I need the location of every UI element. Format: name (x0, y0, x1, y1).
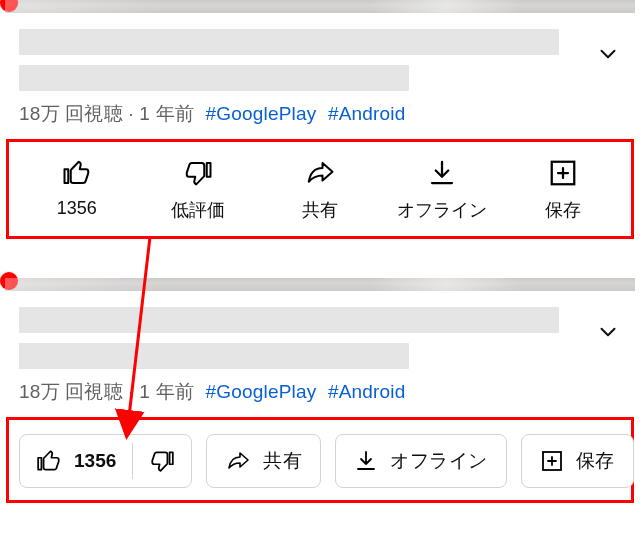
offline-button[interactable]: オフライン (384, 158, 500, 222)
title-placeholder-line2 (19, 65, 409, 91)
dot-separator: · (128, 103, 133, 124)
video-card-old: 18万 回視聴 · 1 年前 #GooglePlay #Android (5, 0, 635, 239)
share-button[interactable]: 共有 (262, 158, 378, 222)
action-bar-old: 1356 低評価 共有 (15, 150, 625, 226)
expand-description-button[interactable] (595, 319, 621, 349)
share-arrow-icon (304, 158, 336, 188)
record-dot-icon (0, 0, 18, 12)
download-icon (354, 449, 378, 473)
hashtag-googleplay[interactable]: #GooglePlay (205, 381, 316, 402)
hashtag-android[interactable]: #Android (328, 103, 406, 124)
thumbs-down-icon (149, 448, 175, 474)
thumbs-up-icon (36, 448, 62, 474)
video-thumbnail-strip (5, 278, 635, 291)
download-icon (427, 158, 457, 188)
like-button[interactable]: 1356 (19, 158, 135, 219)
video-meta: 18万 回視聴 · 1 年前 #GooglePlay #Android (5, 13, 635, 133)
chevron-down-icon (595, 41, 621, 67)
save-label: 保存 (545, 198, 581, 222)
dislike-button[interactable]: 低評価 (141, 158, 257, 222)
chevron-down-icon (595, 319, 621, 345)
action-bar-new: 1356 共有 (15, 428, 625, 490)
offline-label: オフライン (397, 198, 487, 222)
record-dot-icon (0, 272, 18, 290)
title-placeholder-line2 (19, 343, 409, 369)
title-placeholder-line1 (19, 29, 559, 55)
save-button[interactable]: 保存 (521, 434, 634, 488)
offline-button[interactable]: オフライン (335, 434, 507, 488)
video-thumbnail-strip (5, 0, 635, 13)
save-button[interactable]: 保存 (505, 158, 621, 222)
share-label: 共有 (263, 448, 302, 474)
dot-separator: · (128, 381, 133, 402)
expand-description-button[interactable] (595, 41, 621, 71)
actions-highlight-new: 1356 共有 (6, 417, 634, 503)
actions-highlight-old: 1356 低評価 共有 (6, 139, 634, 239)
like-button[interactable]: 1356 (20, 435, 132, 487)
hashtag-googleplay[interactable]: #GooglePlay (205, 103, 316, 124)
title-placeholder-line1 (19, 307, 559, 333)
share-button[interactable]: 共有 (206, 434, 321, 488)
offline-label: オフライン (390, 448, 488, 474)
dislike-label: 低評価 (171, 198, 225, 222)
upload-age: 1 年前 (139, 103, 194, 124)
share-arrow-icon (225, 449, 251, 473)
save-playlist-icon (540, 449, 564, 473)
view-count: 18万 回視聴 (19, 103, 123, 124)
thumbs-up-icon (62, 158, 92, 188)
upload-age: 1 年前 (139, 381, 194, 402)
video-meta: 18万 回視聴 · 1 年前 #GooglePlay #Android (5, 291, 635, 411)
video-card-new: 18万 回視聴 · 1 年前 #GooglePlay #Android (5, 278, 635, 503)
like-count: 1356 (74, 450, 116, 472)
stats-line: 18万 回視聴 · 1 年前 #GooglePlay #Android (19, 101, 621, 127)
thumbs-down-icon (183, 158, 213, 188)
hashtag-android[interactable]: #Android (328, 381, 406, 402)
like-dislike-pill: 1356 (19, 434, 192, 488)
share-label: 共有 (302, 198, 338, 222)
dislike-button[interactable] (133, 435, 191, 487)
view-count: 18万 回視聴 (19, 381, 123, 402)
save-playlist-icon (548, 158, 578, 188)
like-count: 1356 (57, 198, 97, 219)
save-label: 保存 (576, 448, 615, 474)
stats-line: 18万 回視聴 · 1 年前 #GooglePlay #Android (19, 379, 621, 405)
